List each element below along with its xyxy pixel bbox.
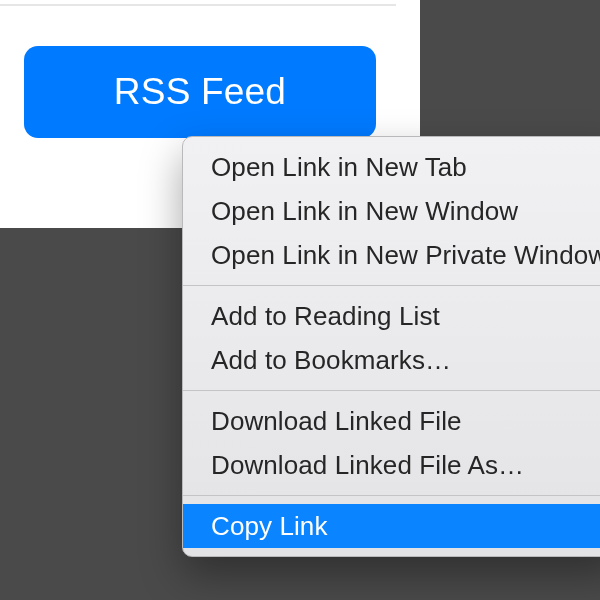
menu-item-download-linked-file[interactable]: Download Linked File — [183, 399, 600, 443]
menu-item-label: Open Link in New Tab — [211, 152, 467, 183]
menu-item-add-to-bookmarks[interactable]: Add to Bookmarks… — [183, 338, 600, 382]
menu-item-open-new-private-window[interactable]: Open Link in New Private Window — [183, 233, 600, 277]
menu-item-open-new-window[interactable]: Open Link in New Window — [183, 189, 600, 233]
menu-item-open-new-tab[interactable]: Open Link in New Tab — [183, 145, 600, 189]
menu-item-label: Add to Reading List — [211, 301, 440, 332]
menu-item-label: Open Link in New Private Window — [211, 240, 600, 271]
menu-item-download-linked-file-as[interactable]: Download Linked File As… — [183, 443, 600, 487]
menu-item-label: Download Linked File — [211, 406, 462, 437]
menu-separator — [183, 390, 600, 391]
horizontal-rule — [0, 4, 396, 6]
menu-item-label: Copy Link — [211, 511, 328, 542]
menu-item-add-to-reading-list[interactable]: Add to Reading List — [183, 294, 600, 338]
rss-feed-button-label: RSS Feed — [114, 71, 286, 113]
menu-item-label: Open Link in New Window — [211, 196, 518, 227]
menu-item-label: Download Linked File As… — [211, 450, 524, 481]
menu-separator — [183, 285, 600, 286]
menu-item-copy-link[interactable]: Copy Link — [183, 504, 600, 548]
rss-feed-button[interactable]: RSS Feed — [24, 46, 376, 138]
menu-separator — [183, 495, 600, 496]
link-context-menu: Open Link in New Tab Open Link in New Wi… — [182, 136, 600, 557]
menu-item-label: Add to Bookmarks… — [211, 345, 451, 376]
